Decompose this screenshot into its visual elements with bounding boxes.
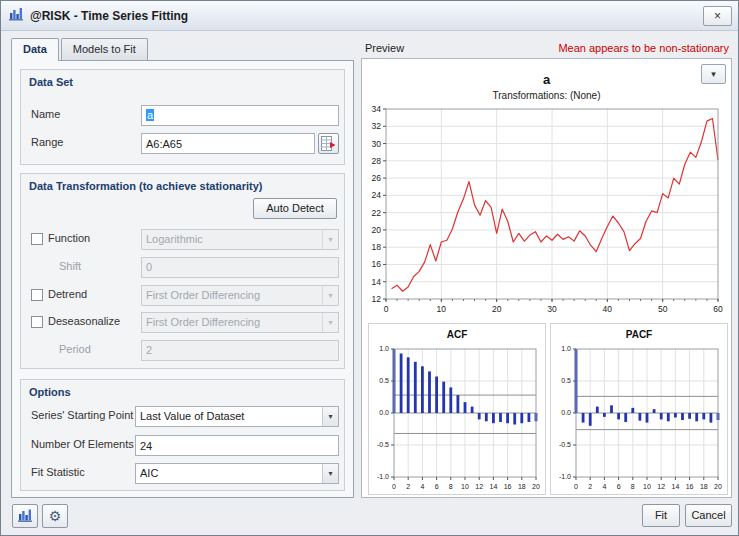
svg-text:12: 12 bbox=[372, 294, 382, 304]
svg-text:8: 8 bbox=[631, 483, 635, 490]
svg-text:30: 30 bbox=[372, 139, 382, 149]
svg-text:28: 28 bbox=[372, 156, 382, 166]
elements-input[interactable] bbox=[135, 435, 339, 456]
svg-text:-0.5: -0.5 bbox=[559, 441, 571, 448]
acf-chart: ACF 02468101214161820-1.0-0.50.00.51.0 bbox=[368, 323, 546, 495]
deseasonalize-select: First Order Differencing ▾ bbox=[141, 312, 339, 333]
chevron-down-icon: ▾ bbox=[322, 464, 338, 483]
svg-text:18: 18 bbox=[372, 242, 382, 252]
chevron-down-icon: ▾ bbox=[322, 230, 338, 249]
pacf-chart-title: PACF bbox=[551, 329, 727, 340]
graph-options-button[interactable] bbox=[12, 504, 38, 528]
fit-statistic-select-value: AIC bbox=[140, 467, 158, 479]
svg-text:24: 24 bbox=[372, 190, 382, 200]
close-icon: × bbox=[714, 9, 721, 23]
svg-text:20: 20 bbox=[532, 483, 540, 490]
svg-text:14: 14 bbox=[490, 483, 498, 490]
range-input[interactable] bbox=[141, 133, 315, 154]
function-select-value: Logarithmic bbox=[146, 233, 203, 245]
preview-panel: ▾ a Transformations: (None) 010203040506… bbox=[361, 58, 732, 498]
svg-text:0: 0 bbox=[384, 304, 389, 314]
range-label: Range bbox=[31, 136, 63, 148]
svg-text:50: 50 bbox=[658, 304, 668, 314]
svg-text:2: 2 bbox=[406, 483, 410, 490]
svg-text:14: 14 bbox=[672, 483, 680, 490]
function-checkbox[interactable] bbox=[31, 233, 43, 245]
starting-point-label: Series' Starting Point bbox=[31, 409, 133, 421]
svg-text:0.0: 0.0 bbox=[379, 409, 389, 416]
svg-text:0.5: 0.5 bbox=[561, 377, 571, 384]
auto-detect-button[interactable]: Auto Detect bbox=[253, 198, 337, 219]
cancel-button[interactable]: Cancel bbox=[685, 504, 732, 527]
svg-text:4: 4 bbox=[420, 483, 424, 490]
fit-button[interactable]: Fit bbox=[642, 504, 680, 527]
period-input: 2 bbox=[141, 340, 339, 361]
svg-text:0.0: 0.0 bbox=[561, 409, 571, 416]
time-series-fitting-dialog: @RISK - Time Series Fitting × Data Model… bbox=[0, 0, 739, 536]
svg-text:16: 16 bbox=[686, 483, 694, 490]
close-button[interactable]: × bbox=[703, 6, 732, 26]
svg-text:12: 12 bbox=[657, 483, 665, 490]
svg-text:6: 6 bbox=[435, 483, 439, 490]
svg-text:-0.5: -0.5 bbox=[377, 441, 389, 448]
data-set-group-title: Data Set bbox=[29, 76, 73, 88]
app-icon bbox=[8, 6, 24, 26]
svg-text:10: 10 bbox=[437, 304, 447, 314]
svg-text:26: 26 bbox=[372, 173, 382, 183]
svg-text:1.0: 1.0 bbox=[561, 346, 571, 352]
shift-input: 0 bbox=[141, 257, 339, 278]
deseasonalize-label: Deseasonalize bbox=[48, 315, 120, 327]
svg-text:20: 20 bbox=[492, 304, 502, 314]
gear-icon: ⚙ bbox=[49, 508, 62, 524]
svg-text:6: 6 bbox=[617, 483, 621, 490]
deseasonalize-select-value: First Order Differencing bbox=[146, 316, 260, 328]
data-tab-panel: Data Set Name a Range Data Transformatio… bbox=[11, 60, 354, 498]
period-label: Period bbox=[59, 343, 91, 355]
settings-button[interactable]: ⚙ bbox=[42, 504, 68, 528]
tab-models-to-fit[interactable]: Models to Fit bbox=[61, 38, 148, 60]
svg-text:-1.0: -1.0 bbox=[559, 473, 571, 480]
svg-text:8: 8 bbox=[449, 483, 453, 490]
main-chart-subtitle: Transformations: (None) bbox=[362, 90, 731, 101]
svg-text:12: 12 bbox=[475, 483, 483, 490]
name-input-value: a bbox=[146, 109, 154, 121]
svg-text:10: 10 bbox=[643, 483, 651, 490]
pacf-plot: 02468101214161820-1.0-0.50.00.51.0 bbox=[552, 346, 726, 492]
svg-text:10: 10 bbox=[461, 483, 469, 490]
range-picker-icon bbox=[321, 136, 336, 151]
fit-statistic-label: Fit Statistic bbox=[31, 466, 85, 478]
detrend-select: First Order Differencing ▾ bbox=[141, 285, 339, 306]
data-transformation-group: Data Transformation (to achieve stationa… bbox=[20, 173, 345, 369]
time-series-chart: 0102030405060121416182022242628303234 bbox=[364, 105, 730, 317]
starting-point-select[interactable]: Last Value of Dataset ▾ bbox=[135, 406, 339, 427]
preview-label: Preview bbox=[365, 42, 404, 54]
titlebar[interactable]: @RISK - Time Series Fitting × bbox=[1, 1, 738, 31]
deseasonalize-checkbox[interactable] bbox=[31, 316, 43, 328]
data-transformation-group-title: Data Transformation (to achieve stationa… bbox=[29, 180, 263, 192]
svg-text:32: 32 bbox=[372, 121, 382, 131]
svg-text:18: 18 bbox=[700, 483, 708, 490]
chart-icon bbox=[17, 508, 33, 523]
detrend-label: Detrend bbox=[48, 288, 87, 300]
detrend-checkbox[interactable] bbox=[31, 289, 43, 301]
acf-plot: 02468101214161820-1.0-0.50.00.51.0 bbox=[370, 346, 544, 492]
svg-text:4: 4 bbox=[602, 483, 606, 490]
data-set-group: Data Set Name a Range bbox=[20, 69, 345, 165]
svg-text:60: 60 bbox=[713, 304, 723, 314]
svg-text:22: 22 bbox=[372, 208, 382, 218]
function-select: Logarithmic ▾ bbox=[141, 229, 339, 250]
range-picker-button[interactable] bbox=[318, 133, 339, 154]
shift-label: Shift bbox=[59, 260, 81, 272]
chevron-down-icon: ▾ bbox=[322, 407, 338, 426]
name-input[interactable]: a bbox=[141, 105, 339, 126]
svg-text:16: 16 bbox=[504, 483, 512, 490]
window-title: @RISK - Time Series Fitting bbox=[30, 9, 188, 23]
fit-statistic-select[interactable]: AIC ▾ bbox=[135, 463, 339, 484]
options-group: Options Series' Starting Point Last Valu… bbox=[20, 379, 345, 491]
tab-data[interactable]: Data bbox=[11, 38, 59, 61]
svg-text:18: 18 bbox=[518, 483, 526, 490]
svg-text:30: 30 bbox=[547, 304, 557, 314]
svg-text:-1.0: -1.0 bbox=[377, 473, 389, 480]
elements-label: Number Of Elements bbox=[31, 438, 134, 450]
options-group-title: Options bbox=[29, 386, 71, 398]
